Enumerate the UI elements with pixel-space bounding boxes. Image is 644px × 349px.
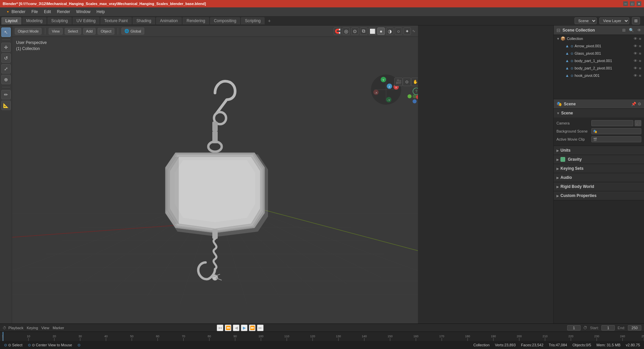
object-menu-button[interactable]: Object [98, 28, 114, 35]
background-scene-label: Background Scene [556, 129, 590, 133]
outliner-item-hook-pivot[interactable]: ▲ ⊙ hook_pivot.001 👁 ≋ [554, 72, 644, 79]
units-section-header[interactable]: ▶ Units [554, 146, 644, 155]
viewport-3d[interactable]: X -X Y -Y Z 🎥 ⊙ ✋ ? [12, 37, 418, 330]
keying-label[interactable]: Keying [27, 326, 38, 330]
scene-section-header[interactable]: ▼ Scene [554, 109, 644, 117]
menu-edit[interactable]: Edit [41, 9, 54, 15]
outliner-item-collection[interactable]: ▼ 📦 Collection 👁 ≋ [554, 35, 644, 42]
scale-tool-button[interactable]: ⤢ [1, 64, 11, 73]
rigid-body-world-section-header[interactable]: ▶ Rigid Body World [554, 182, 644, 191]
units-arrow: ▶ [556, 149, 559, 152]
outliner-search-icon[interactable]: 🔍 [629, 28, 634, 33]
material-shading-button[interactable]: ◑ [386, 28, 393, 35]
add-menu-button[interactable]: Add [83, 28, 96, 35]
window-title: Blender* [6:\!!!conv_3\12\Mechanical_Han… [3, 2, 206, 6]
eevee-shading-button[interactable]: ✦ [404, 28, 411, 35]
menu-blender[interactable]: 🔸 Blender [3, 9, 28, 15]
tab-rendering[interactable]: Rendering [182, 17, 209, 24]
move-tool-button[interactable]: ✛ [1, 43, 11, 52]
menu-help[interactable]: Help [94, 9, 108, 15]
outliner-filter-icon[interactable]: ⊞ [622, 28, 626, 33]
overlays-toggle[interactable]: ⧉ [360, 28, 367, 35]
toolbar-separator-2 [2, 87, 10, 87]
menu-file[interactable]: File [29, 9, 41, 15]
jump-start-button[interactable]: ⏮ [217, 325, 223, 331]
svg-text:20: 20 [53, 335, 56, 338]
play-reverse-button[interactable]: ◀ [233, 325, 239, 331]
tab-shading[interactable]: Shading [132, 17, 155, 24]
editor-type-button[interactable]: ⊞ [632, 17, 640, 24]
timeline-header-icon[interactable]: ⏱ [3, 326, 6, 330]
svg-text:160: 160 [413, 335, 418, 338]
rigid-body-world-section-title: Rigid Body World [560, 184, 594, 189]
global-local-button[interactable]: 🌐 Global [121, 28, 144, 35]
menu-window[interactable]: Window [73, 9, 93, 15]
custom-properties-section-header[interactable]: ▶ Custom Properties [554, 191, 644, 200]
svg-text:Z: Z [389, 85, 390, 88]
camera-eye-icon[interactable]: 🎥 [635, 120, 641, 126]
annotate-tool-button[interactable]: ✏ [1, 90, 11, 99]
object-mode-dropdown[interactable]: Object Mode [15, 28, 42, 35]
jump-end-button[interactable]: ⏭ [257, 325, 264, 331]
proportional-edit-toggle[interactable]: ◎ [342, 28, 350, 35]
tab-animation[interactable]: Animation [156, 17, 182, 24]
timeline-ruler[interactable]: 1 10 20 30 40 50 60 70 80 90 1 [0, 332, 644, 341]
current-frame-input[interactable]: 1 [567, 325, 581, 331]
step-forward-button[interactable]: ⏩ [249, 325, 256, 331]
add-workspace-button[interactable]: + [265, 17, 273, 25]
view-menu-button[interactable]: View [49, 28, 63, 35]
tab-modeling[interactable]: Modeling [22, 17, 47, 24]
constraint-icon-5: ⊙ [571, 74, 573, 78]
minimize-button[interactable]: ─ [623, 1, 628, 6]
view-label[interactable]: View [41, 326, 49, 330]
rendered-shading-button[interactable]: ○ [395, 28, 402, 35]
rotate-tool-button[interactable]: ↺ [1, 53, 11, 63]
outliner-item-arrow-pivot[interactable]: ▲ ⊙ Arrow_pivot.001 👁 ≋ [554, 42, 644, 50]
tab-layout[interactable]: Layout [1, 17, 21, 24]
scene-selector[interactable]: Scene [575, 17, 597, 24]
visibility-icon-4[interactable]: 👁 [634, 59, 637, 63]
outliner-item-body-part-2[interactable]: ▲ ⊙ body_part_2_pivot.001 👁 ≋ [554, 64, 644, 72]
gravity-section-header[interactable]: ▶ Gravity [554, 155, 644, 164]
gravity-checkbox[interactable] [560, 157, 565, 162]
tab-sculpting[interactable]: Sculpting [47, 17, 72, 24]
visibility-icon-6[interactable]: 👁 [634, 73, 637, 78]
properties-context-icon[interactable]: ⚙ [638, 102, 641, 106]
visibility-icon[interactable]: 👁 [634, 37, 637, 41]
view-layer-selector[interactable]: View Layer [599, 17, 629, 24]
transform-tool-button[interactable]: ⊕ [1, 75, 11, 84]
tab-texture-paint[interactable]: Texture Paint [100, 17, 132, 24]
end-frame-input[interactable]: 250 [628, 325, 641, 331]
select-tool-button[interactable]: ↖ [1, 28, 11, 37]
snap-toggle[interactable]: 🧲 [334, 28, 341, 35]
camera-value[interactable] [591, 120, 633, 126]
background-scene-value[interactable]: 🎭 [591, 128, 641, 134]
select-menu-button[interactable]: Select [65, 28, 81, 35]
outliner-item-glass-pivot[interactable]: ▲ ⊙ Glass_pivot.001 👁 ≋ [554, 50, 644, 57]
show-gizmos-toggle[interactable]: ⊙ [351, 28, 359, 35]
keying-sets-section-header[interactable]: ▶ Keying Sets [554, 164, 644, 173]
active-movie-clip-value[interactable]: 🎬 [591, 136, 641, 142]
marker-label[interactable]: Marker [53, 326, 64, 330]
play-button[interactable]: ▶ [241, 325, 248, 331]
collapse-arrow: ▼ [556, 37, 560, 41]
playback-label[interactable]: Playback [8, 326, 23, 330]
properties-pin-icon[interactable]: 📌 [631, 102, 636, 106]
tab-compositing[interactable]: Compositing [210, 17, 240, 24]
maximize-button[interactable]: □ [630, 1, 635, 6]
measure-tool-button[interactable]: 📐 [1, 101, 11, 110]
visibility-icon-2[interactable]: 👁 [634, 44, 637, 48]
start-frame-input[interactable]: 1 [601, 325, 615, 331]
outliner-item-body-part-1[interactable]: ▲ ⊙ body_part_1_pivot.001 👁 ≋ [554, 57, 644, 64]
audio-section-header[interactable]: ▶ Audio [554, 173, 644, 182]
outliner-visibility-icon[interactable]: 👁 [637, 28, 641, 33]
visibility-icon-5[interactable]: 👁 [634, 66, 637, 70]
x-ray-toggle[interactable]: ⬜ [369, 28, 376, 35]
visibility-icon-3[interactable]: 👁 [634, 51, 637, 55]
tab-uv-editing[interactable]: UV Editing [72, 17, 100, 24]
tab-scripting[interactable]: Scripting [241, 17, 265, 24]
menu-render[interactable]: Render [54, 9, 73, 15]
solid-shading-button[interactable]: ● [377, 28, 385, 35]
close-button[interactable]: ✕ [637, 1, 641, 6]
step-back-button[interactable]: ⏪ [225, 325, 231, 331]
